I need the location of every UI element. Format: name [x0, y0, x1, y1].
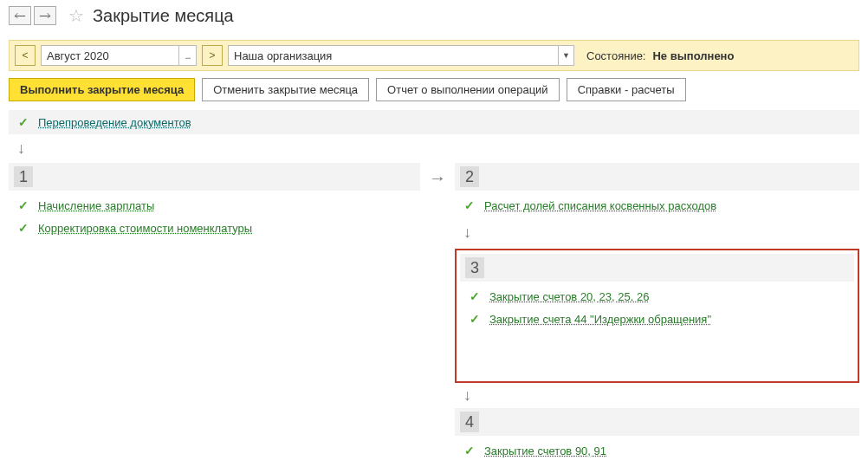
period-choose-button[interactable]: ...	[179, 45, 197, 66]
back-button[interactable]: 🡐	[9, 6, 31, 25]
repost-documents-link[interactable]: Перепроведение документов	[38, 116, 191, 129]
stage-number: 3	[465, 257, 484, 278]
indirect-costs-shares-link[interactable]: Расчет долей списания косвенных расходов	[484, 199, 716, 212]
repost-documents-row: Перепроведение документов	[9, 110, 859, 134]
stage-2-header: 2	[455, 163, 859, 191]
forward-button[interactable]: 🡒	[34, 6, 56, 25]
stage-4-header: 4	[455, 408, 859, 436]
organization-dropdown-button[interactable]: ▼	[559, 45, 574, 66]
favorite-star-icon[interactable]: ☆	[68, 5, 84, 26]
cancel-close-month-button[interactable]: Отменить закрытие месяца	[202, 78, 369, 101]
operations-report-button[interactable]: Отчет о выполнении операций	[376, 78, 560, 101]
status-label: Состояние:	[586, 49, 645, 62]
check-icon	[463, 198, 476, 212]
filter-bar: < Август 2020 ... > Наша организация ▼ С…	[9, 40, 859, 71]
operation-item: Корректировка стоимости номенклатуры	[9, 217, 420, 239]
check-icon	[469, 289, 481, 303]
status-value: Не выполнено	[652, 49, 734, 62]
stage-3-highlight: 3 Закрытие счетов 20, 23, 25, 26 Закрыти…	[455, 249, 859, 383]
stage-number: 2	[460, 166, 479, 187]
execute-close-month-button[interactable]: Выполнить закрытие месяца	[9, 78, 195, 101]
check-icon	[17, 198, 29, 212]
check-icon	[17, 221, 29, 235]
down-arrow-icon: ↓	[455, 220, 859, 245]
down-arrow-icon: ↓	[9, 136, 859, 161]
close-account-44-link[interactable]: Закрытие счета 44 "Издержки обращения"	[489, 313, 711, 326]
check-icon	[463, 444, 476, 457]
operation-item: Закрытие счета 44 "Издержки обращения"	[457, 308, 858, 330]
check-icon	[17, 115, 29, 129]
check-icon	[469, 312, 481, 326]
stage-3-header: 3	[460, 254, 854, 282]
right-arrow-icon: →	[420, 163, 455, 465]
close-accounts-20-23-25-26-link[interactable]: Закрытие счетов 20, 23, 25, 26	[489, 290, 649, 303]
cost-adjustment-link[interactable]: Корректировка стоимости номенклатуры	[38, 222, 252, 235]
page-title: Закрытие месяца	[93, 6, 234, 26]
operation-item: Закрытие счетов 20, 23, 25, 26	[457, 285, 858, 308]
operation-item: Закрытие счетов 90, 91	[455, 439, 859, 462]
organization-input[interactable]: Наша организация	[228, 45, 559, 66]
down-arrow-icon: ↓	[455, 383, 859, 408]
calculations-button[interactable]: Справки - расчеты	[567, 78, 686, 101]
period-prev-button[interactable]: <	[15, 45, 36, 66]
operation-item: Расчет долей списания косвенных расходов	[455, 194, 859, 217]
close-accounts-90-91-link[interactable]: Закрытие счетов 90, 91	[484, 444, 606, 457]
period-input[interactable]: Август 2020	[41, 45, 179, 66]
period-next-button[interactable]: >	[202, 45, 223, 66]
stage-number: 4	[460, 412, 479, 432]
payroll-calculation-link[interactable]: Начисление зарплаты	[38, 199, 154, 212]
operation-item: Начисление зарплаты	[9, 194, 420, 217]
stage-1-header: 1	[9, 163, 420, 191]
stage-number: 1	[14, 166, 33, 187]
